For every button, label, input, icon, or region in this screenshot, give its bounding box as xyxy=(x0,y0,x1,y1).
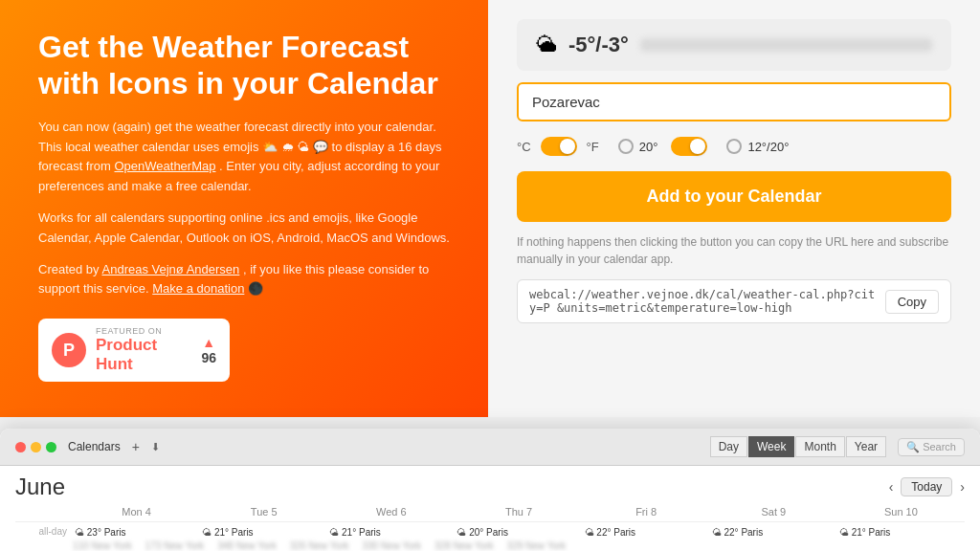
event-icon-fri: 🌤 xyxy=(585,527,594,538)
weather-location-blurred xyxy=(640,38,932,52)
calendar-toolbar: Calendars + ⬇ Day Week Month Year 🔍 Sear… xyxy=(0,429,980,466)
note-text: If nothing happens then clicking the but… xyxy=(517,233,951,268)
add-calendar-button[interactable]: Add to your Calendar xyxy=(517,171,951,222)
event-thu[interactable]: 🌤 20° Paris xyxy=(455,526,582,539)
event-temp-sat: 22° Paris xyxy=(724,527,763,538)
toggle-knob xyxy=(560,139,575,154)
window-controls xyxy=(15,442,56,452)
month-nav: ‹ Today › xyxy=(889,477,965,496)
new-york-row: 110 New York 173 New York 348 New York 3… xyxy=(15,540,965,551)
event-icon-sun: 🌤 xyxy=(839,527,849,538)
radio-group-low: 20° xyxy=(618,139,658,154)
new-york-events: 110 New York 173 New York 348 New York 3… xyxy=(73,540,965,551)
right-panel: 🌥 -5°/-3° °C °F 20° xyxy=(488,0,980,417)
add-calendar-icon[interactable]: + xyxy=(132,439,140,454)
day-label-sun: Sun 10 xyxy=(837,506,965,518)
celsius-toggle-wrap xyxy=(541,137,577,156)
temp-range-toggle-wrap xyxy=(671,137,707,156)
weather-bar: 🌥 -5°/-3° xyxy=(517,19,951,71)
next-month-arrow[interactable]: › xyxy=(960,479,965,495)
event-temp-mon: 23° Paris xyxy=(87,527,126,538)
minimize-dot[interactable] xyxy=(31,442,41,452)
today-button[interactable]: Today xyxy=(901,477,952,496)
all-day-label: all-day xyxy=(15,526,73,539)
upvote-count: 96 xyxy=(201,350,216,365)
year-view-button[interactable]: Year xyxy=(846,436,886,457)
product-hunt-name: Product Hunt xyxy=(96,336,191,374)
month-view-button[interactable]: Month xyxy=(795,436,844,457)
day-label-fri: Fri 8 xyxy=(583,506,710,518)
owm-link[interactable]: OpenWeatherMap xyxy=(114,159,215,173)
time-col-header xyxy=(15,506,73,518)
event-temp-thu: 20° Paris xyxy=(469,527,508,538)
day-label-tue: Tue 5 xyxy=(200,506,327,518)
day-label-sat: Sat 9 xyxy=(710,506,837,518)
creator-paragraph: Created by Andreas Vejnø Andersen , if y… xyxy=(38,260,450,300)
day-label-thu: Thu 7 xyxy=(455,506,582,518)
event-fri[interactable]: 🌤 22° Paris xyxy=(583,526,710,539)
calendar-body: June ‹ Today › Mon 4 Tue 5 Wed 6 Thu 7 F… xyxy=(0,466,980,551)
all-day-row: all-day 🌤 23° Paris 🌤 21° Paris 🌤 21° Pa… xyxy=(15,526,965,539)
fahrenheit-label: °F xyxy=(587,140,599,154)
view-buttons: Day Week Month Year xyxy=(710,436,886,457)
event-icon-tue: 🌤 xyxy=(202,527,212,538)
download-icon[interactable]: ⬇ xyxy=(151,441,160,453)
bottom-section: Calendars + ⬇ Day Week Month Year 🔍 Sear… xyxy=(0,417,980,551)
event-sat[interactable]: 🌤 22° Paris xyxy=(710,526,837,539)
calendar-url: webcal://weather.vejnoe.dk/cal/weather-c… xyxy=(529,288,878,315)
calendar-preview: Calendars + ⬇ Day Week Month Year 🔍 Sear… xyxy=(0,429,980,551)
event-icon-sat: 🌤 xyxy=(712,527,722,538)
product-hunt-icon: P xyxy=(52,333,86,367)
upvote-arrow: ▲ xyxy=(202,335,215,350)
event-temp-wed: 21° Paris xyxy=(342,527,381,538)
low-value: 20° xyxy=(639,140,658,154)
featured-on-label: FEATURED ON xyxy=(96,326,191,336)
temp-range-toggle[interactable] xyxy=(671,137,707,156)
calendars-label: Calendars xyxy=(68,440,121,453)
units-row: °C °F 20° 12°/20° xyxy=(517,133,951,160)
toggle-knob-2 xyxy=(690,139,705,154)
creator-link[interactable]: Andreas Vejnø Andersen xyxy=(102,262,240,276)
event-sun[interactable]: 🌤 21° Paris xyxy=(837,526,965,539)
maximize-dot[interactable] xyxy=(46,442,56,452)
donate-link[interactable]: Make a donation xyxy=(152,281,244,296)
ny-time-label xyxy=(15,540,73,551)
event-icon-mon: 🌤 xyxy=(75,527,84,538)
close-dot[interactable] xyxy=(15,442,26,452)
left-panel: Get the Weather Forecast with Icons in y… xyxy=(0,0,488,417)
city-input[interactable] xyxy=(517,82,951,121)
event-icon-thu: 🌤 xyxy=(457,527,466,538)
high-value: 12°/20° xyxy=(747,140,789,154)
event-mon[interactable]: 🌤 23° Paris xyxy=(73,526,200,539)
radio-low[interactable] xyxy=(618,139,634,154)
search-bar[interactable]: 🔍 Search xyxy=(898,438,965,456)
event-tue[interactable]: 🌤 21° Paris xyxy=(200,526,327,539)
month-header: June ‹ Today › xyxy=(15,474,965,500)
main-heading: Get the Weather Forecast with Icons in y… xyxy=(38,29,450,102)
event-icon-wed: 🌤 xyxy=(329,527,339,538)
weather-icon: 🌥 xyxy=(536,33,557,57)
week-view-button[interactable]: Week xyxy=(748,436,794,457)
event-temp-sun: 21° Paris xyxy=(852,527,891,538)
day-label-wed: Wed 6 xyxy=(327,506,455,518)
days-header: Mon 4 Tue 5 Wed 6 Thu 7 Fri 8 Sat 9 Sun … xyxy=(15,506,965,522)
celsius-label: °C xyxy=(517,140,531,154)
product-hunt-badge[interactable]: P FEATURED ON Product Hunt ▲ 96 xyxy=(38,319,230,382)
radio-high[interactable] xyxy=(726,139,742,154)
weather-temperature: -5°/-3° xyxy=(568,33,629,57)
copy-button[interactable]: Copy xyxy=(885,290,939,314)
month-title: June xyxy=(15,474,65,500)
product-hunt-text: FEATURED ON Product Hunt xyxy=(96,326,191,374)
search-placeholder: 🔍 Search xyxy=(906,441,956,453)
event-wed[interactable]: 🌤 21° Paris xyxy=(327,526,455,539)
celsius-toggle[interactable] xyxy=(541,137,577,156)
product-hunt-count-block: ▲ 96 xyxy=(201,335,216,365)
url-copy-row: webcal://weather.vejnoe.dk/cal/weather-c… xyxy=(517,279,951,323)
radio-group-high: 12°/20° xyxy=(726,139,789,154)
creator-prefix: Created by xyxy=(38,262,100,276)
event-temp-fri: 22° Paris xyxy=(596,527,635,538)
description-paragraph: You can now (again) get the weather fore… xyxy=(38,118,450,197)
prev-month-arrow[interactable]: ‹ xyxy=(889,479,894,495)
day-view-button[interactable]: Day xyxy=(710,436,747,457)
description-paragraph-2: Works for all calendars supporting onlin… xyxy=(38,209,450,249)
